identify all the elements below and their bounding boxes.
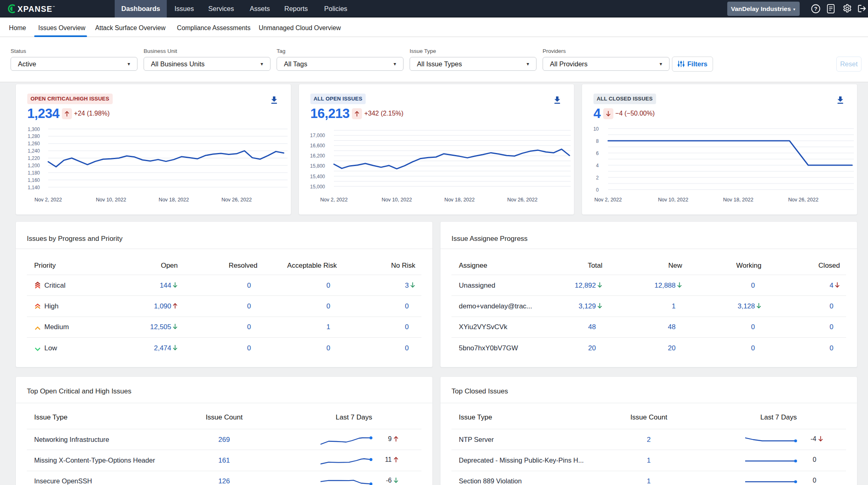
svg-text:1,160: 1,160 [28,177,40,183]
svg-text:Nov 18, 2022: Nov 18, 2022 [723,197,753,203]
svg-text:Nov 10, 2022: Nov 10, 2022 [96,197,126,203]
svg-text:Nov 2, 2022: Nov 2, 2022 [594,197,622,203]
svg-text:Nov 18, 2022: Nov 18, 2022 [445,197,475,203]
svg-text:Nov 26, 2022: Nov 26, 2022 [507,197,537,203]
svg-text:Nov 10, 2022: Nov 10, 2022 [382,197,412,203]
svg-text:4: 4 [596,163,599,168]
svg-text:1,200: 1,200 [28,163,40,168]
svg-text:17,000: 17,000 [310,133,325,138]
svg-text:15,800: 15,800 [310,163,325,169]
svg-text:15,400: 15,400 [310,174,325,179]
svg-text:8: 8 [596,138,599,144]
svg-text:1,260: 1,260 [28,141,40,146]
svg-text:?: ? [814,6,818,12]
svg-text:10: 10 [593,126,599,132]
svg-text:15,000: 15,000 [310,184,325,190]
svg-text:2: 2 [596,175,599,181]
svg-text:1,140: 1,140 [28,185,40,190]
svg-text:1,280: 1,280 [28,133,40,139]
svg-text:16,200: 16,200 [310,153,325,159]
svg-text:1,220: 1,220 [28,155,40,161]
svg-text:Nov 26, 2022: Nov 26, 2022 [788,197,818,203]
svg-text:1,240: 1,240 [28,148,40,154]
svg-text:Nov 18, 2022: Nov 18, 2022 [159,197,189,203]
svg-text:1,300: 1,300 [28,127,40,132]
svg-text:Nov 2, 2022: Nov 2, 2022 [320,197,347,203]
svg-text:6: 6 [596,151,599,156]
svg-text:Nov 2, 2022: Nov 2, 2022 [35,197,62,203]
svg-text:Nov 26, 2022: Nov 26, 2022 [222,197,252,203]
svg-text:0: 0 [596,187,599,193]
svg-text:16,600: 16,600 [310,143,325,149]
svg-text:Nov 10, 2022: Nov 10, 2022 [658,197,688,203]
svg-text:1,180: 1,180 [28,170,40,176]
